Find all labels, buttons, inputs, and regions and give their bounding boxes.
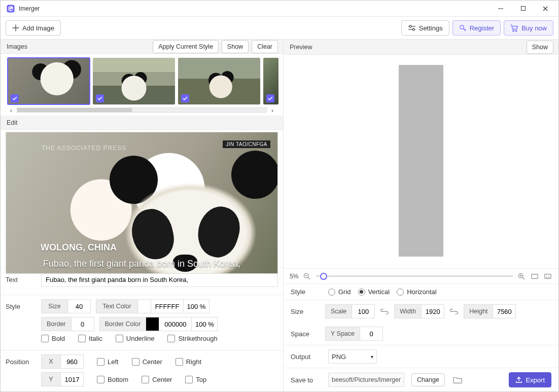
plus-icon: [12, 24, 19, 31]
zoom-slider[interactable]: [316, 275, 513, 277]
buy-now-label: Buy now: [521, 24, 547, 32]
align-center-v-checkbox[interactable]: Center: [142, 376, 172, 383]
text-color-opacity-input[interactable]: [183, 299, 209, 313]
chevron-right-icon[interactable]: ›: [269, 106, 276, 114]
open-folder-icon[interactable]: [452, 374, 463, 385]
yspace-label: Y Space: [325, 327, 360, 341]
fit-screen-icon[interactable]: [530, 272, 539, 281]
settings-button[interactable]: Settings: [401, 20, 449, 35]
buy-now-button[interactable]: Buy now: [504, 20, 553, 35]
layout-vertical-radio[interactable]: Vertical: [358, 288, 390, 296]
scale-input[interactable]: [352, 304, 375, 318]
maximize-button[interactable]: [512, 2, 534, 16]
size-input[interactable]: [67, 299, 91, 313]
minimize-button[interactable]: [490, 2, 512, 16]
actual-size-icon[interactable]: 1:1: [543, 272, 552, 281]
bold-label: Bold: [52, 335, 65, 342]
underline-checkbox[interactable]: Underline: [116, 335, 155, 342]
zoom-in-icon[interactable]: [517, 272, 526, 281]
thumbnail-2[interactable]: [93, 58, 175, 104]
border-input[interactable]: [71, 317, 94, 331]
export-icon: [515, 376, 522, 383]
link-icon[interactable]: [379, 304, 390, 318]
thumbnail-1[interactable]: [8, 58, 90, 104]
output-format-select[interactable]: PNG ▾: [328, 349, 377, 364]
yspace-input[interactable]: [360, 327, 383, 341]
height-input[interactable]: [493, 304, 516, 318]
close-button[interactable]: [534, 2, 556, 16]
scale-label: Scale: [325, 304, 352, 318]
register-button[interactable]: Register: [452, 20, 501, 35]
svg-point-13: [515, 30, 516, 31]
border-color-swatch[interactable]: [146, 317, 159, 331]
layout-grid-radio[interactable]: Grid: [328, 288, 351, 296]
x-input[interactable]: [60, 354, 84, 369]
output-row: Output PNG ▾: [284, 345, 558, 368]
app-title: Imerger: [19, 5, 40, 12]
svg-rect-21: [532, 274, 538, 278]
link-icon[interactable]: [448, 304, 460, 318]
y-input[interactable]: [60, 372, 84, 386]
align-top-checkbox[interactable]: Top: [185, 376, 206, 383]
width-input[interactable]: [421, 304, 444, 318]
align-bottom-label: Bottom: [108, 376, 128, 383]
thumbnail-3[interactable]: [178, 58, 260, 104]
underline-label: Underline: [126, 335, 155, 342]
show-images-button[interactable]: Show: [222, 40, 249, 53]
svg-text:1:1: 1:1: [546, 274, 550, 278]
change-path-button[interactable]: Change: [411, 373, 445, 386]
text-color-hex-input[interactable]: [151, 299, 183, 313]
svg-rect-4: [521, 7, 525, 11]
preview-cell: [399, 174, 443, 202]
preview-cell: [399, 202, 443, 229]
italic-label: Italic: [89, 335, 102, 342]
bold-checkbox[interactable]: Bold: [41, 335, 65, 342]
apply-style-label: Apply Current Style: [158, 43, 213, 50]
export-button[interactable]: Export: [509, 372, 551, 387]
align-right-checkbox[interactable]: Right: [176, 358, 201, 366]
align-left-checkbox[interactable]: Left: [97, 358, 119, 366]
text-color-swatch[interactable]: [137, 299, 151, 313]
add-image-button[interactable]: Add Image: [6, 20, 61, 35]
zoom-out-icon[interactable]: [302, 272, 311, 281]
size-row-label: Size: [291, 308, 321, 315]
size-row: Size Scale Width Height Space Y Space: [284, 300, 558, 345]
apply-current-style-button[interactable]: Apply Current Style: [153, 40, 219, 53]
thumbnail-4[interactable]: [263, 58, 278, 104]
italic-checkbox[interactable]: Italic: [78, 335, 102, 342]
layout-horizontal-radio[interactable]: Horizontal: [397, 288, 437, 296]
border-color-hex-input[interactable]: [159, 317, 191, 331]
preview-show-button[interactable]: Show: [527, 41, 553, 54]
border-color-opacity-input[interactable]: [191, 317, 218, 331]
strike-label: Strikethrough: [178, 335, 217, 342]
svg-line-18: [522, 277, 525, 279]
edit-panel-title: Edit: [6, 119, 18, 126]
thumb-scroll-handle[interactable]: [17, 108, 132, 112]
edit-panel-header: Edit: [1, 116, 283, 130]
align-center-h-label: Center: [143, 358, 162, 366]
align-bottom-checkbox[interactable]: Bottom: [97, 376, 128, 383]
layout-horizontal-label: Horizontal: [407, 288, 437, 296]
overlay-caption: Fubao, the first giant panda born in Sou…: [6, 259, 277, 269]
app-icon: [6, 4, 16, 14]
zoom-slider-thumb[interactable]: [320, 273, 327, 280]
border-label: Border: [41, 317, 71, 331]
svg-point-9: [409, 25, 411, 27]
align-center-h-checkbox[interactable]: Center: [132, 358, 162, 366]
caption-text-input[interactable]: [41, 272, 278, 287]
toolbar: Add Image Settings Register Buy now: [1, 17, 558, 39]
settings-icon: [408, 24, 416, 31]
thumbnail-scrollbar[interactable]: ‹ ›: [6, 106, 278, 114]
thumb-scroll-track[interactable]: [17, 108, 267, 113]
clear-images-button[interactable]: Clear: [252, 40, 278, 53]
edit-canvas[interactable]: THE ASSOCIATED PRESS JIN TAO/CNFGA WOLON…: [6, 132, 278, 274]
cart-icon: [510, 24, 518, 32]
svg-point-12: [513, 30, 514, 31]
style-label: Style: [6, 303, 36, 310]
strike-checkbox[interactable]: Strikethrough: [167, 335, 217, 342]
chevron-left-icon[interactable]: ‹: [8, 106, 15, 114]
y-label: Y: [41, 372, 60, 386]
svg-rect-1: [9, 6, 13, 11]
preview-stack: [399, 65, 443, 257]
position-label: Position: [6, 358, 36, 366]
